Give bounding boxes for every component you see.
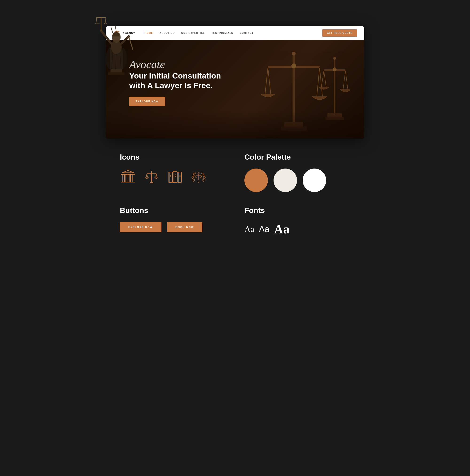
- svg-point-67: [203, 176, 206, 178]
- color-cream: [273, 169, 297, 192]
- fonts-row: Aa Aa Aa: [244, 222, 350, 237]
- svg-line-77: [201, 175, 202, 177]
- svg-line-13: [105, 18, 106, 23]
- nav-contact[interactable]: CONTACT: [240, 32, 253, 34]
- svg-marker-43: [122, 170, 134, 173]
- color-palette-title: Color Palette: [244, 153, 350, 161]
- font-sample-sans-regular: Aa: [259, 224, 269, 234]
- design-specs-section: Icons: [106, 139, 364, 246]
- fonts-section: Fonts Aa Aa Aa: [244, 206, 350, 237]
- svg-rect-56: [169, 172, 172, 183]
- hero-explore-button[interactable]: EXPLORE NOW: [129, 97, 165, 106]
- demo-book-button[interactable]: BOOK NOW: [167, 222, 202, 232]
- icons-section-title: Icons: [120, 153, 226, 161]
- nav-testimonials[interactable]: TESTIMONIALS: [212, 32, 233, 34]
- svg-line-26: [265, 68, 268, 94]
- svg-point-33: [333, 57, 336, 60]
- svg-point-25: [291, 64, 296, 68]
- svg-line-8: [101, 31, 111, 44]
- main-container: AGENCY HOME ABOUT US OUR EXPERTISE TESTI…: [106, 7, 364, 469]
- svg-rect-44: [123, 174, 125, 182]
- hero-gradient-bottom: [106, 110, 364, 139]
- svg-rect-58: [173, 171, 177, 183]
- icons-row: LAW & JUSTICE: [120, 169, 226, 185]
- svg-rect-1: [108, 72, 125, 75]
- svg-point-50: [151, 173, 152, 174]
- nav-about[interactable]: ABOUT US: [160, 32, 175, 34]
- svg-line-9: [121, 36, 129, 44]
- svg-rect-55: [150, 182, 153, 183]
- svg-line-27: [268, 68, 271, 94]
- buttons-section: Buttons EXPLORE NOW BOOK NOW: [120, 206, 226, 237]
- font-sample-serif-bold: Aa: [274, 222, 289, 237]
- nav-expertise[interactable]: OUR EXPERTISE: [181, 32, 205, 34]
- svg-point-62: [192, 176, 194, 178]
- hero-title: Your Initial Consultation with A Lawyer …: [129, 71, 228, 90]
- statue-decoration: [94, 0, 139, 79]
- svg-line-54: [156, 174, 157, 177]
- svg-line-28: [317, 68, 319, 96]
- svg-line-75: [196, 175, 197, 177]
- icons-section: Icons: [120, 153, 226, 192]
- svg-point-70: [203, 178, 206, 180]
- buttons-section-title: Buttons: [120, 206, 226, 215]
- svg-point-35: [333, 68, 336, 71]
- color-white: [303, 169, 326, 192]
- fonts-section-title: Fonts: [244, 206, 350, 215]
- svg-rect-45: [125, 174, 127, 182]
- svg-point-63: [192, 174, 195, 176]
- books-icon: [167, 169, 183, 185]
- svg-line-15: [129, 36, 133, 49]
- browser-mockup: AGENCY HOME ABOUT US OUR EXPERTISE TESTI…: [106, 26, 364, 139]
- nav-home[interactable]: HOME: [145, 32, 153, 34]
- demo-explore-button[interactable]: EXPLORE NOW: [120, 222, 161, 232]
- courthouse-icon: [120, 169, 136, 185]
- buttons-row: EXPLORE NOW BOOK NOW: [120, 222, 226, 232]
- svg-line-12: [96, 18, 97, 23]
- svg-point-68: [202, 174, 205, 176]
- svg-text:& JUSTICE: & JUSTICE: [197, 173, 201, 174]
- svg-text:LAW: LAW: [198, 172, 200, 173]
- svg-line-39: [345, 71, 348, 89]
- svg-line-52: [147, 174, 148, 177]
- color-palette-section: Color Palette: [244, 153, 350, 192]
- svg-line-37: [324, 71, 326, 87]
- scales-icon: [143, 169, 160, 185]
- get-free-quote-button[interactable]: GET FREE QUOTE: [322, 29, 357, 37]
- svg-rect-30: [334, 59, 335, 115]
- hero-script-text: Avocate: [129, 59, 228, 70]
- font-sample-serif-regular: Aa: [244, 224, 254, 234]
- svg-point-23: [292, 52, 296, 55]
- svg-line-36: [321, 71, 324, 87]
- svg-rect-46: [128, 174, 130, 182]
- svg-line-38: [343, 71, 345, 89]
- colors-row: [244, 169, 350, 192]
- wreath-icon: LAW & JUSTICE: [190, 169, 207, 185]
- svg-rect-47: [130, 174, 132, 182]
- hero-section: Avocate Your Initial Consultation with A…: [106, 40, 364, 139]
- svg-rect-60: [178, 172, 181, 183]
- nav-links: HOME ABOUT US OUR EXPERTISE TESTIMONIALS…: [145, 32, 322, 34]
- hero-content: Avocate Your Initial Consultation with A…: [129, 59, 228, 106]
- navbar: AGENCY HOME ABOUT US OUR EXPERTISE TESTI…: [106, 26, 364, 40]
- color-gold: [244, 169, 268, 192]
